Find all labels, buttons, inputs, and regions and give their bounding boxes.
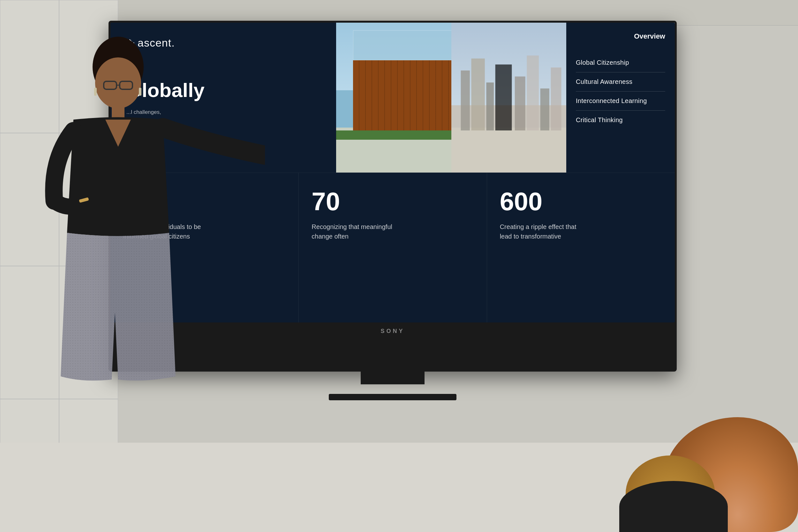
- wall-tile: [0, 133, 59, 266]
- city-scene: [451, 23, 566, 173]
- svg-rect-2: [486, 82, 494, 130]
- wall-tile: [0, 266, 59, 399]
- overview-label: Overview: [576, 32, 665, 40]
- panel-logo-area: ✈ ascent. Globally ...l challenges,n tha…: [110, 23, 336, 173]
- city-ground: [451, 128, 566, 173]
- slide-body-text: ...l challenges,n that can leadages citi…: [126, 108, 235, 163]
- nav-item-interconnected-learning-label: Interconnected Learning: [576, 97, 647, 104]
- wall-tile: [0, 0, 59, 133]
- nav-item-critical-thinking-label: Critical Thinking: [576, 116, 623, 124]
- slide-title: Globally: [126, 79, 336, 101]
- svg-rect-0: [461, 71, 470, 130]
- svg-rect-4: [515, 77, 525, 130]
- ascent-arrow-icon: ✈: [126, 37, 135, 49]
- stat-description-600: Creating a ripple effect that lead to tr…: [500, 222, 583, 241]
- audience-area: [575, 411, 798, 532]
- nav-item-global-citizenship[interactable]: Global Citizenship: [576, 53, 665, 72]
- screen-content-grid: ✈ ascent. Globally ...l challenges,n tha…: [110, 23, 675, 322]
- city-buildings-svg: [451, 40, 566, 130]
- svg-rect-1: [471, 59, 485, 131]
- svg-rect-5: [527, 56, 539, 130]
- stat-number-600: 600: [500, 189, 662, 214]
- tv-bottom-bar: SONY: [110, 322, 675, 340]
- stats-row: 120 Empowers individuals to be informed …: [110, 173, 675, 322]
- nav-item-cultural-awareness[interactable]: Cultural Awareness: [576, 72, 665, 92]
- stat-number-70: 70: [311, 189, 474, 214]
- tv-stand: [361, 368, 424, 384]
- nav-item-interconnected-learning[interactable]: Interconnected Learning: [576, 92, 665, 111]
- ascent-logo: ✈ ascent.: [126, 37, 320, 49]
- navigation-panel: Overview Global Citizenship Cultural Awa…: [566, 23, 675, 173]
- panel-city-photo: [451, 23, 566, 173]
- svg-rect-6: [540, 89, 549, 131]
- tv-stand-base: [329, 394, 456, 400]
- nav-item-global-citizenship-label: Global Citizenship: [576, 59, 629, 66]
- sony-brand: SONY: [380, 328, 404, 335]
- svg-rect-7: [551, 68, 561, 130]
- stat-number-120: 120: [123, 189, 286, 214]
- tv-screen: ✈ ascent. Globally ...l challenges,n tha…: [110, 23, 675, 322]
- tv-display: ✈ ascent. Globally ...l challenges,n tha…: [109, 21, 677, 372]
- svg-rect-3: [495, 65, 512, 131]
- stat-description-70: Recognizing that meaningful change often: [311, 222, 395, 241]
- stat-description-120: Empowers individuals to be informed glob…: [123, 222, 206, 241]
- stat-col-600: 600 Creating a ripple effect that lead t…: [487, 173, 675, 322]
- audience-person-suit: [619, 481, 728, 532]
- ascent-brand-name: ascent.: [138, 37, 175, 49]
- stat-col-120: 120 Empowers individuals to be informed …: [110, 173, 298, 322]
- panel-building-photo: Overview Global Citizenship Cultural Awa…: [336, 23, 675, 173]
- nav-item-critical-thinking[interactable]: Critical Thinking: [576, 111, 665, 130]
- nav-item-cultural-awareness-label: Cultural Awareness: [576, 78, 632, 85]
- stat-col-70: 70 Recognizing that meaningful change of…: [298, 173, 487, 322]
